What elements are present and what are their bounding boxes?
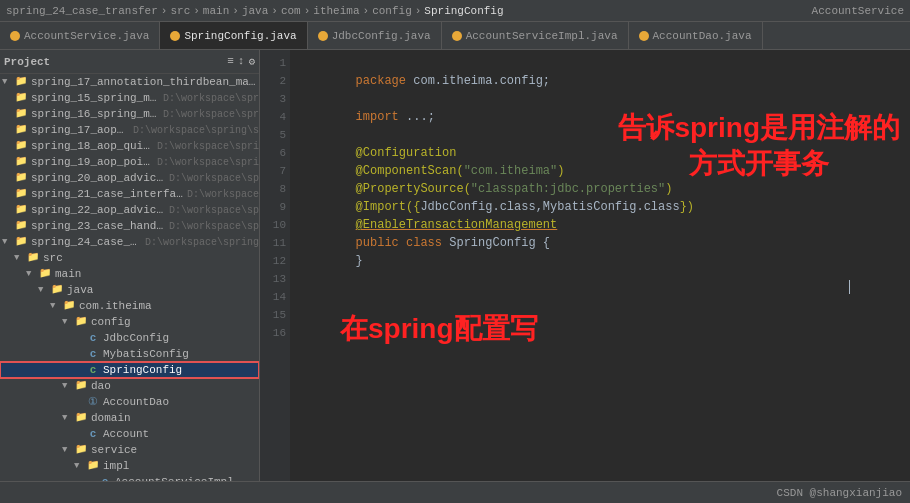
tree-item-spring24[interactable]: ▼ 📁 spring_24_case_transfer D:\workspace… xyxy=(0,234,259,250)
sidebar-icon-settings[interactable]: ⚙ xyxy=(248,55,255,68)
tree-item-spring23[interactable]: 📁 spring_23_case_handle_password D:\work… xyxy=(0,218,259,234)
tree-label: spring_15_spring_mybatis xyxy=(31,92,160,104)
code-line-12 xyxy=(298,252,902,270)
folder-icon: 📁 xyxy=(14,235,28,249)
tree-arrow: ▼ xyxy=(62,381,74,391)
tree-item-jdbc[interactable]: ① AccountDao xyxy=(0,394,259,410)
tree-item-domain[interactable]: ▼ 📁 domain xyxy=(0,410,259,426)
tree-label: config xyxy=(91,316,131,328)
line-num: 9 xyxy=(260,198,286,216)
tree-item-mybatisconfig[interactable]: c MybatisConfig xyxy=(0,346,259,362)
tree-label: com.itheima xyxy=(79,300,152,312)
tab-icon-orange xyxy=(170,31,180,41)
code-line-13 xyxy=(298,270,902,288)
tree-item-src[interactable]: ▼ 📁 src xyxy=(0,250,259,266)
sidebar-header: Project ≡ ↕ ⚙ xyxy=(0,50,259,74)
tab-account-dao-java[interactable]: AccountDao.java xyxy=(629,22,763,49)
tab-account-service-java[interactable]: AccountService.java xyxy=(0,22,160,49)
tab-account-service-impl-java[interactable]: AccountServiceImpl.java xyxy=(442,22,629,49)
sidebar-title: Project xyxy=(4,56,50,68)
tree-item-spring15[interactable]: 📁 spring_15_spring_mybatis D:\workspace\… xyxy=(0,90,259,106)
code-line-15 xyxy=(298,306,902,324)
tree-item-config[interactable]: ▼ 📁 config xyxy=(0,314,259,330)
folder-icon: 📁 xyxy=(74,379,88,393)
tree-label: src xyxy=(43,252,63,264)
tree-label: Account xyxy=(103,428,149,440)
tree-item-service[interactable]: ▼ 📁 service xyxy=(0,442,259,458)
tree-label: spring_21_case_interface_run_speed xyxy=(31,188,184,200)
tree-path: D:\workspace\spring\s xyxy=(133,125,259,136)
tree-item-spring17[interactable]: ▼ 📁 spring_17_annotation_thirdbean_manag… xyxy=(0,74,259,90)
tree-item-main[interactable]: ▼ 📁 main xyxy=(0,266,259,282)
tab-spring-config-java[interactable]: SpringConfig.java xyxy=(160,22,307,49)
folder-icon: 📁 xyxy=(14,123,28,137)
tree-label: impl xyxy=(103,460,129,472)
tree-arrow: ▼ xyxy=(74,461,86,471)
folder-icon: 📁 xyxy=(14,187,28,201)
folder-icon: 📁 xyxy=(26,251,40,265)
tree-item-springconfig[interactable]: c SpringConfig xyxy=(0,362,259,378)
tree-item-spring16[interactable]: 📁 spring_16_spring_mybatis D:\workspace\… xyxy=(0,106,259,122)
tree-item-dao[interactable]: ▼ 📁 dao xyxy=(0,378,259,394)
tree-item-spring20[interactable]: 📁 spring_20_aop_advice_type D:\workspace… xyxy=(0,170,259,186)
breadcrumb-part: spring_24_case_transfer xyxy=(6,5,158,17)
breadcrumb-part: src xyxy=(170,5,190,17)
tree-label: java xyxy=(67,284,93,296)
tree-label: MybatisConfig xyxy=(103,348,189,360)
breadcrumb-part: main xyxy=(203,5,229,17)
tree-label: spring_18_aop_quickstart xyxy=(31,140,154,152)
tree-path: D:\workspace\spr xyxy=(163,109,259,120)
breadcrumb-part: itheima xyxy=(313,5,359,17)
tab-label: AccountService.java xyxy=(24,30,149,42)
line-numbers: 1 2 3 4 5 6 7 8 9 10 11 12 13 14 15 16 xyxy=(260,50,290,481)
tree-path: D:\workspace xyxy=(187,189,259,200)
tab-icon-orange xyxy=(10,31,20,41)
code-editor[interactable]: package com.itheima.config; import ...; … xyxy=(290,50,910,481)
folder-icon: 📁 xyxy=(14,91,28,105)
tree-item-java[interactable]: ▼ 📁 java xyxy=(0,282,259,298)
tree-item-spring22[interactable]: 📁 spring_22_aop_advice_data D:\workspace… xyxy=(0,202,259,218)
sidebar-icon-list[interactable]: ≡ xyxy=(227,55,234,68)
tab-jdbc-config-java[interactable]: JdbcConfig.java xyxy=(308,22,442,49)
tree-item-spring18[interactable]: 📁 spring_18_aop_quickstart D:\workspace\… xyxy=(0,138,259,154)
tree-item-spring17aop[interactable]: 📁 spring_17_aop_demo D:\workspace\spring… xyxy=(0,122,259,138)
bottom-bar: CSDN @shangxianjiao xyxy=(0,481,910,503)
line-num: 1 xyxy=(260,54,286,72)
line-num: 13 xyxy=(260,270,286,288)
line-num: 15 xyxy=(260,306,286,324)
line-num: 4 xyxy=(260,108,286,126)
folder-icon: 📁 xyxy=(14,171,28,185)
tab-icon-orange xyxy=(318,31,328,41)
folder-icon: 📁 xyxy=(14,219,28,233)
tree-item-account[interactable]: c Account xyxy=(0,426,259,442)
text-cursor xyxy=(849,280,850,294)
tree-label: dao xyxy=(91,380,111,392)
sidebar-icons: ≡ ↕ ⚙ xyxy=(227,55,255,68)
tab-label: SpringConfig.java xyxy=(184,30,296,42)
breadcrumb-part: com xyxy=(281,5,301,17)
tree-item-spring21[interactable]: 📁 spring_21_case_interface_run_speed D:\… xyxy=(0,186,259,202)
tree-item-spring19[interactable]: 📁 spring_19_aop_pointcut D:\workspace\sp… xyxy=(0,154,259,170)
tree-arrow: ▼ xyxy=(14,253,26,263)
folder-icon: 📁 xyxy=(74,315,88,329)
tab-label: AccountDao.java xyxy=(653,30,752,42)
tree-label: main xyxy=(55,268,81,280)
tab-label: AccountServiceImpl.java xyxy=(466,30,618,42)
tree-item-comitheima[interactable]: ▼ 📁 com.itheima xyxy=(0,298,259,314)
tree-item-jdbcconfig[interactable]: c JdbcConfig xyxy=(0,330,259,346)
line-num: 2 xyxy=(260,72,286,90)
folder-icon: 📁 xyxy=(74,443,88,457)
tree-label: spring_19_aop_pointcut xyxy=(31,156,154,168)
sidebar-icon-sort[interactable]: ↕ xyxy=(238,55,245,68)
tree-arrow: ▼ xyxy=(62,445,74,455)
tree-arrow: ▼ xyxy=(26,269,38,279)
line-num: 7 xyxy=(260,162,286,180)
tree-item-impl[interactable]: ▼ 📁 impl xyxy=(0,458,259,474)
brand-label: CSDN @shangxianjiao xyxy=(777,487,902,499)
tab-bar: AccountService.java SpringConfig.java Jd… xyxy=(0,22,910,50)
folder-icon: 📁 xyxy=(14,203,28,217)
tree-path: D:\workspace\sp xyxy=(169,205,259,216)
tab-icon-orange xyxy=(639,31,649,41)
tree-item-accountserviceimpl[interactable]: c AccountServiceImpl xyxy=(0,474,259,481)
tree-arrow: ▼ xyxy=(2,77,14,87)
